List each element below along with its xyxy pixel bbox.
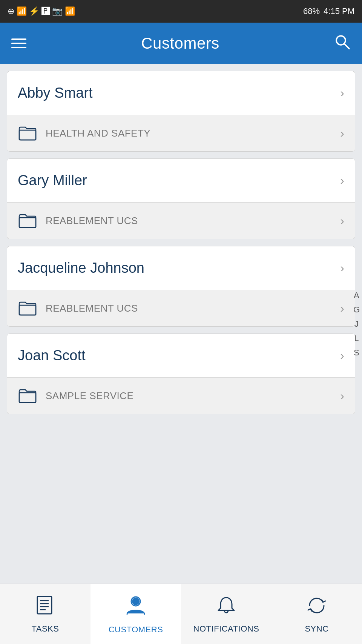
main-content: A G J L S Abby Smart › HEALTH AND SAFETY… bbox=[0, 64, 362, 584]
service-name: REABLEMENT UCS bbox=[46, 303, 138, 314]
alphabet-index: A G J L S bbox=[353, 290, 360, 358]
time: 4:15 PM bbox=[324, 6, 354, 16]
svg-rect-5 bbox=[19, 393, 36, 403]
svg-point-12 bbox=[132, 598, 140, 605]
nav-item-notifications[interactable]: NOTIFICATIONS bbox=[181, 584, 272, 644]
customer-row-abby-smart[interactable]: Abby Smart › bbox=[7, 71, 355, 115]
nav-label-notifications: NOTIFICATIONS bbox=[193, 624, 259, 634]
customer-row-joan-scott[interactable]: Joan Scott › bbox=[7, 334, 355, 377]
status-icons: ⊕ 📶 ⚡ 🅿 📷 📶 bbox=[8, 6, 75, 16]
status-bar-right: 68% 4:15 PM bbox=[303, 6, 354, 16]
chevron-right-icon: › bbox=[340, 174, 344, 188]
customer-name: Gary Miller bbox=[18, 172, 87, 189]
customer-group: Gary Miller › REABLEMENT UCS › bbox=[7, 158, 355, 239]
svg-line-1 bbox=[344, 44, 349, 49]
customer-row-jacqueline-johnson[interactable]: Jacqueline Johnson › bbox=[7, 246, 355, 290]
page-title: Customers bbox=[141, 34, 219, 52]
nav-item-tasks[interactable]: TASKS bbox=[0, 584, 90, 644]
status-bar-left: ⊕ 📶 ⚡ 🅿 📷 📶 bbox=[8, 6, 75, 16]
chevron-right-icon: › bbox=[340, 261, 344, 275]
service-row-health-safety[interactable]: HEALTH AND SAFETY › bbox=[7, 115, 355, 151]
svg-rect-3 bbox=[19, 218, 36, 227]
tasks-icon bbox=[34, 595, 56, 621]
notifications-icon bbox=[215, 595, 237, 621]
chevron-right-icon: › bbox=[340, 86, 344, 100]
nav-label-sync: SYNC bbox=[305, 624, 328, 634]
svg-rect-2 bbox=[19, 130, 36, 140]
service-name: REABLEMENT UCS bbox=[46, 215, 138, 227]
top-header: Customers bbox=[0, 23, 362, 64]
menu-button[interactable] bbox=[11, 38, 26, 48]
nav-item-customers[interactable]: CUSTOMERS bbox=[90, 584, 181, 644]
alpha-G[interactable]: G bbox=[353, 305, 360, 315]
chevron-right-icon: › bbox=[340, 214, 344, 228]
customer-name: Joan Scott bbox=[18, 347, 86, 364]
sync-icon bbox=[306, 595, 328, 621]
folder-icon bbox=[18, 300, 37, 317]
status-bar: ⊕ 📶 ⚡ 🅿 📷 📶 68% 4:15 PM bbox=[0, 0, 362, 23]
service-row-sample-service[interactable]: SAMPLE SERVICE › bbox=[7, 377, 355, 414]
alpha-L[interactable]: L bbox=[354, 334, 359, 343]
svg-rect-6 bbox=[37, 596, 52, 614]
chevron-right-icon: › bbox=[340, 126, 344, 140]
chevron-right-icon: › bbox=[340, 349, 344, 363]
customer-group: Joan Scott › SAMPLE SERVICE › bbox=[7, 334, 355, 414]
battery-level: 68% bbox=[303, 6, 320, 16]
service-row-reablement-ucs-1[interactable]: REABLEMENT UCS › bbox=[7, 202, 355, 239]
chevron-right-icon: › bbox=[340, 389, 344, 403]
service-name: SAMPLE SERVICE bbox=[46, 390, 133, 402]
customer-group: Jacqueline Johnson › REABLEMENT UCS › bbox=[7, 246, 355, 327]
folder-icon bbox=[18, 125, 37, 141]
alpha-S[interactable]: S bbox=[354, 348, 359, 358]
bottom-nav: TASKS CUSTOMERS NOTIFICATIONS bbox=[0, 584, 362, 644]
folder-icon bbox=[18, 212, 37, 229]
nav-label-tasks: TASKS bbox=[31, 624, 59, 634]
customers-icon bbox=[124, 594, 147, 622]
service-row-reablement-ucs-2[interactable]: REABLEMENT UCS › bbox=[7, 290, 355, 326]
svg-rect-4 bbox=[19, 305, 36, 315]
alpha-J[interactable]: J bbox=[354, 319, 359, 329]
nav-item-sync[interactable]: SYNC bbox=[272, 584, 362, 644]
chevron-right-icon: › bbox=[340, 301, 344, 315]
nav-label-customers: CUSTOMERS bbox=[109, 625, 163, 635]
service-name: HEALTH AND SAFETY bbox=[46, 128, 150, 139]
folder-icon bbox=[18, 387, 37, 404]
alpha-A[interactable]: A bbox=[354, 290, 359, 300]
customer-name: Jacqueline Johnson bbox=[18, 260, 144, 276]
search-button[interactable] bbox=[334, 34, 351, 54]
customer-group: Abby Smart › HEALTH AND SAFETY › bbox=[7, 71, 355, 152]
customer-row-gary-miller[interactable]: Gary Miller › bbox=[7, 159, 355, 202]
customer-name: Abby Smart bbox=[18, 85, 93, 101]
